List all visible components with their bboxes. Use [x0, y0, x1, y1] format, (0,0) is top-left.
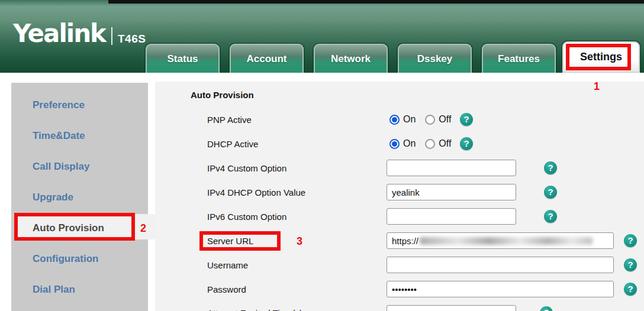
- help-icon[interactable]: ?: [624, 234, 637, 247]
- attempt-expired-time-input[interactable]: [387, 305, 516, 311]
- radio-dot: [392, 141, 397, 147]
- dhcp-off-radio[interactable]: [425, 139, 435, 149]
- tab-status[interactable]: Status: [146, 44, 220, 73]
- attempt-expired-time-label: Attempt Expired Time(s): [207, 308, 302, 311]
- brand-logo: Yealink T46S: [13, 21, 146, 46]
- annotation-box-settings: [566, 44, 631, 70]
- tab-dsskey[interactable]: Dsskey: [398, 44, 472, 73]
- username-label: Username: [207, 260, 248, 270]
- annotation-box-auto-provision: [14, 213, 135, 241]
- tab-account[interactable]: Account: [230, 44, 304, 73]
- dhcp-on-radio[interactable]: [389, 139, 400, 149]
- sidebar-item-configuration[interactable]: Configuration: [33, 253, 98, 265]
- help-icon[interactable]: ?: [460, 137, 473, 150]
- help-icon[interactable]: ?: [460, 113, 473, 126]
- sidebar-item-dial-plan[interactable]: Dial Plan: [33, 284, 75, 296]
- annotation-number-3: 3: [297, 235, 302, 248]
- yealink-logo: Yealink: [13, 21, 105, 46]
- dhcp-on-label: On: [403, 138, 416, 149]
- help-icon[interactable]: ?: [624, 283, 637, 296]
- annotation-box-server-url: [199, 231, 281, 251]
- annotation-number-2: 2: [140, 222, 146, 235]
- logo-divider: [111, 27, 112, 45]
- username-input[interactable]: [387, 257, 614, 273]
- pnp-active-radio-group: On Off: [389, 114, 457, 125]
- dhcp-off-label: Off: [439, 138, 451, 149]
- server-url-value: https://: [392, 236, 418, 246]
- model-label: T46S: [118, 33, 146, 46]
- ipv4-dhcp-option-value-input[interactable]: [387, 184, 516, 200]
- section-title: Auto Provision: [191, 90, 254, 100]
- pnp-off-radio[interactable]: [425, 115, 435, 125]
- ipv4-custom-option-input[interactable]: [387, 160, 516, 176]
- help-icon[interactable]: ?: [544, 161, 557, 174]
- yealink-admin-page: Yealink T46S Status Account Network Dssk…: [0, 0, 644, 311]
- sidebar-item-preference[interactable]: Preference: [33, 99, 85, 111]
- dhcp-active-label: DHCP Active: [207, 139, 258, 149]
- password-label: Password: [207, 284, 246, 294]
- ipv4-custom-option-label: IPv4 Custom Option: [207, 163, 286, 173]
- pnp-off-label: Off: [439, 114, 451, 125]
- redacted-url-blur: [420, 237, 593, 245]
- ipv6-custom-option-label: IPv6 Custom Option: [207, 212, 286, 222]
- header-content-divider: [0, 73, 644, 82]
- sidebar-item-time-date[interactable]: Time&Date: [33, 130, 85, 142]
- dhcp-active-radio-group: On Off: [389, 138, 457, 149]
- tab-network[interactable]: Network: [314, 44, 388, 73]
- sidebar-item-call-display[interactable]: Call Display: [33, 161, 89, 173]
- annotation-number-1: 1: [594, 80, 600, 93]
- ipv6-custom-option-input[interactable]: [387, 208, 516, 225]
- help-icon[interactable]: ?: [624, 258, 637, 271]
- pnp-on-label: On: [403, 114, 416, 125]
- sidebar-item-upgrade[interactable]: Upgrade: [33, 192, 73, 203]
- password-input[interactable]: [387, 281, 614, 297]
- pnp-on-radio[interactable]: [389, 115, 400, 125]
- pnp-active-label: PNP Active: [207, 115, 252, 125]
- ipv4-dhcp-option-value-label: IPv4 DHCP Option Value: [207, 187, 305, 197]
- header: Yealink T46S Status Account Network Dssk…: [0, 0, 644, 73]
- server-url-input[interactable]: https://: [387, 232, 614, 249]
- sidebar: [11, 83, 148, 311]
- radio-dot: [392, 117, 397, 122]
- tab-features[interactable]: Features: [482, 44, 556, 73]
- top-black-strip: [108, 0, 644, 4]
- help-icon[interactable]: ?: [544, 210, 557, 223]
- help-icon[interactable]: ?: [544, 186, 557, 199]
